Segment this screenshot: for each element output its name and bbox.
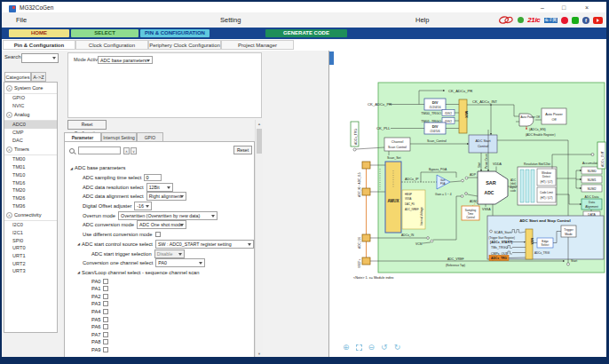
search-prev-button[interactable]: ∧ [123,147,130,154]
rotate-left-icon[interactable]: ↺ [381,343,388,352]
weibo-icon[interactable] [561,17,568,24]
tab-pin-configuration[interactable]: PIN & CONFIGURATION [140,29,210,38]
sidebar-search-label: Search [4,54,20,59]
sidebar-item-i2c0[interactable]: I2C0 [4,221,57,229]
mode-active-select[interactable]: ADC base parameters [98,56,153,64]
chevron-down-icon [178,253,182,256]
clock-mux-label: MUX [464,111,468,119]
chevron-down-icon [167,186,170,189]
sidebar-item-nvic[interactable]: NVIC [4,102,57,110]
menu-setting[interactable]: Setting [220,16,241,24]
parameter-search-input[interactable] [78,146,121,154]
21ic-cn-logo[interactable]: 电子网 [544,18,558,23]
channel-pa1-checkbox[interactable] [103,286,108,291]
sampling-time-input[interactable] [144,174,162,181]
sidebar-item-tm26[interactable]: TM26 [4,194,57,202]
group-title: System Core [14,85,43,91]
scan-loop-group[interactable]: ◢Scan/Loop channel select - sequence cha… [65,268,254,278]
sidebar-item-dac[interactable]: DAC [4,137,57,145]
tab-pin-and-configuration[interactable]: Pin & Configuration [3,40,75,50]
channel-pa9-checkbox[interactable] [103,347,108,352]
facebook-icon[interactable]: f [582,17,589,24]
peripheral-tree: ∧System Core GPIO NVIC ∧Analog ADC0 CMP … [4,82,58,333]
sidebar-tab-az[interactable]: A->Z [31,72,46,82]
search-next-button[interactable]: ∨ [130,147,137,154]
use-different-conversion-checkbox[interactable] [155,232,161,237]
param-label: ADC start control source select [82,241,153,247]
tab-periphery-clock-configuration[interactable]: Periphery Clock Configuration [148,40,221,50]
channel-pa7-checkbox[interactable] [103,332,108,337]
21ic-logo[interactable]: 21ic [527,16,540,24]
sidebar-item-tm20[interactable]: TM20 [4,186,57,194]
channel-pa6-checkbox[interactable] [103,324,108,329]
iv-dac-p0: DAC_P0 [405,202,415,206]
start-control-source-select[interactable]: SW : ADC0_START register setting [155,240,254,249]
maximize-button[interactable]: □ [555,3,573,12]
sidebar-item-tm10[interactable]: TM10 [4,171,57,179]
vcm: VCM [415,242,423,246]
sidebar-item-tm01[interactable]: TM01 [4,163,57,171]
data-alignment-select[interactable]: Right alignment [146,192,186,201]
close-button[interactable]: × [578,3,596,12]
youtube-icon[interactable] [593,17,603,24]
sidebar-tab-categories[interactable]: Categories [4,72,31,82]
conversion-mode-select[interactable]: ADC One shot mode [137,220,186,229]
scroll-down-icon[interactable]: ▼ [256,350,263,358]
channel-pa4-checkbox[interactable] [103,309,108,314]
group-analog[interactable]: ∧Analog [4,109,57,121]
parameter-scrollbar[interactable]: ▲ ▼ [255,120,263,358]
zoom-out-icon[interactable]: ⊖ [368,343,376,352]
start-trigger-select[interactable]: Disable [154,249,185,258]
rotate-right-icon[interactable]: ↻ [394,343,401,352]
reset-button[interactable]: Reset [233,146,252,154]
one-channel-select[interactable]: PA0 [155,258,205,267]
sidebar-item-urt0[interactable]: URT0 [4,244,57,252]
diagram-pane-scrollbar-thumb[interactable] [329,51,334,65]
sidebar-item-cmp[interactable]: CMP [4,129,57,137]
overrun-mode-select[interactable]: Overwritten (Overwritten by new data) [118,211,218,220]
tab-home[interactable]: HOME [9,29,69,38]
menu-file[interactable]: File [16,16,27,24]
sidebar-item-urt2[interactable]: URT2 [4,260,57,268]
leaf-icon[interactable] [518,17,524,23]
minimize-button[interactable]: – [534,3,551,12]
menu-help[interactable]: Help [415,16,429,24]
sidebar-item-spi0[interactable]: SPI0 [4,237,57,245]
data-resolution-select[interactable]: 12Bit [146,183,173,192]
sidebar-item-urt1[interactable]: URT1 [4,252,57,260]
group-timers[interactable]: ∧Timers [4,144,57,155]
group-system-core[interactable]: ∧System Core [4,83,57,94]
reset-configuration-button[interactable]: Reset Configuration [67,120,107,130]
tab-select[interactable]: SELECT [71,29,138,38]
sidebar-item-tm16[interactable]: TM16 [4,179,57,187]
group-connectivity[interactable]: ∧Connectivity [4,210,57,221]
channel-pa5-checkbox[interactable] [103,317,108,322]
parameter-rows: ◢ADC base parameters ADC sampling time s… [65,163,254,353]
sidebar-item-adc0[interactable]: ADC0 [4,121,57,129]
sidebar-search-combo[interactable] [21,53,59,63]
channel-pa0-checkbox[interactable] [103,279,108,284]
div3-title: DIV [432,124,439,129]
sidebar-item-urt3[interactable]: URT3 [4,267,57,275]
collapse-icon: ∧ [6,146,12,153]
channel-row: PA6 [65,323,254,331]
channel-pa8-checkbox[interactable] [103,339,108,344]
digital-offset-select[interactable]: -16 [134,202,152,210]
sidebar-item-tm36[interactable]: TM36 [4,202,57,210]
sidebar-item-gpio[interactable]: GPIO [4,94,57,102]
scrollbar-thumb[interactable] [257,129,262,154]
sidebar-item-tm00[interactable]: TM00 [4,155,57,163]
zoom-in-icon[interactable]: ⊕ [343,343,350,352]
tree-node-root[interactable]: ◢ADC base parameters [65,163,254,173]
tab-clock-configuration[interactable]: Clock Configuration [75,40,148,50]
scroll-up-icon[interactable]: ▲ [256,120,263,128]
channel-pa3-checkbox[interactable] [103,301,108,306]
channel-pa2-checkbox[interactable] [103,294,108,299]
wechat-icon[interactable] [572,17,579,24]
sidebar-item-i2c1[interactable]: I2C1 [4,229,57,237]
fit-view-icon[interactable] [356,344,362,351]
tab-project-manager[interactable]: Project Manager [221,40,294,50]
megawin-logo[interactable] [498,15,514,25]
generate-code-button[interactable]: GENERATE CODE [265,29,347,38]
adc-label: ADC [485,190,494,195]
